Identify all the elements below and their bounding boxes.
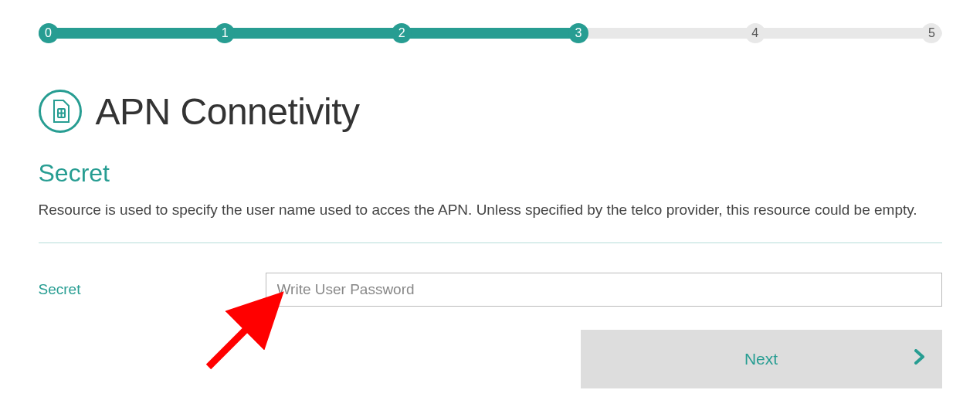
step-5[interactable]: 5 [921,23,941,43]
step-3[interactable]: 3 [568,23,588,43]
next-button-label: Next [744,350,778,368]
secret-form-row: Secret [39,273,942,307]
secret-label: Secret [39,281,266,298]
section-description: Resource is used to specify the user nam… [39,200,942,221]
step-1[interactable]: 1 [215,23,235,43]
step-4[interactable]: 4 [745,23,765,43]
progress-stepper: 0 1 2 3 4 5 [39,23,942,43]
sim-card-icon [39,90,82,133]
step-0[interactable]: 0 [39,23,59,43]
separator [39,243,942,243]
chevron-right-icon [914,349,925,368]
secret-input[interactable] [266,273,942,307]
section-heading: Secret [39,159,942,188]
title-row: APN Connetivity [39,90,942,133]
next-button[interactable]: Next [581,330,942,388]
step-2[interactable]: 2 [392,23,412,43]
page-title: APN Connetivity [96,90,360,133]
